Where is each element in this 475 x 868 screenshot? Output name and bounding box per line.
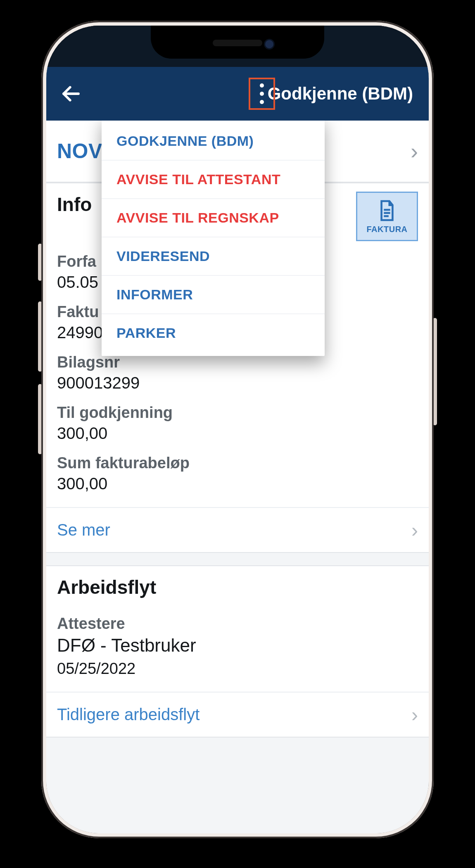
- sum-label: Sum fakturabeløp: [57, 454, 418, 472]
- device-notch: [151, 26, 324, 59]
- workflow-date: 05/25/2022: [57, 660, 418, 678]
- workflow-user: DFØ - Testbruker: [57, 635, 418, 656]
- til-godkj-label: Til godkjenning: [57, 404, 418, 422]
- kebab-icon: [260, 83, 264, 104]
- info-title: Info: [57, 193, 92, 216]
- faktura-button[interactable]: FAKTURA: [356, 192, 418, 241]
- vendor-name: NOV: [57, 139, 102, 163]
- workflow-role: Attestere: [57, 615, 418, 633]
- menu-item-avvise-attestant[interactable]: AVVISE TIL ATTESTANT: [102, 161, 325, 199]
- previous-workflow-link[interactable]: Tidligere arbeidsflyt ›: [46, 692, 429, 737]
- field-bilagsnr: Bilagsnr 900013299: [57, 353, 418, 392]
- menu-item-parker[interactable]: PARKER: [102, 314, 325, 352]
- see-more-label: Se mer: [57, 521, 110, 539]
- previous-workflow-label: Tidligere arbeidsflyt: [57, 705, 200, 724]
- field-til-godkjenning: Til godkjenning 300,00: [57, 404, 418, 443]
- menu-item-avvise-regnskap[interactable]: AVVISE TIL REGNSKAP: [102, 199, 325, 237]
- bilagsnr-value: 900013299: [57, 374, 418, 392]
- sum-value: 300,00: [57, 474, 418, 493]
- faktura-label: FAKTURA: [366, 225, 407, 234]
- chevron-right-icon: ›: [411, 138, 418, 164]
- more-actions-button[interactable]: [249, 78, 275, 110]
- workflow-card: Arbeidsflyt Attestere DFØ - Testbruker 0…: [46, 565, 429, 738]
- document-icon: [378, 199, 397, 222]
- back-button[interactable]: [59, 81, 83, 106]
- til-godkj-value: 300,00: [57, 424, 418, 443]
- chevron-right-icon: ›: [411, 519, 418, 541]
- bilagsnr-label: Bilagsnr: [57, 353, 418, 371]
- workflow-step: Attestere DFØ - Testbruker 05/25/2022: [57, 615, 418, 678]
- workflow-title: Arbeidsflyt: [57, 576, 418, 598]
- phone-frame: Godkjenne (BDM) GODKJENNE (BDM) AVVISE T…: [41, 21, 434, 838]
- page-title: Godkjenne (BDM): [268, 84, 416, 104]
- app-header: Godkjenne (BDM): [46, 67, 429, 121]
- menu-item-informer[interactable]: INFORMER: [102, 276, 325, 314]
- chevron-right-icon: ›: [411, 703, 418, 726]
- menu-item-videresend[interactable]: VIDERESEND: [102, 237, 325, 276]
- menu-item-godkjenne[interactable]: GODKJENNE (BDM): [102, 122, 325, 161]
- see-more-link[interactable]: Se mer ›: [46, 507, 429, 552]
- actions-menu: GODKJENNE (BDM) AVVISE TIL ATTESTANT AVV…: [102, 121, 325, 356]
- field-sum-fakturabelop: Sum fakturabeløp 300,00: [57, 454, 418, 493]
